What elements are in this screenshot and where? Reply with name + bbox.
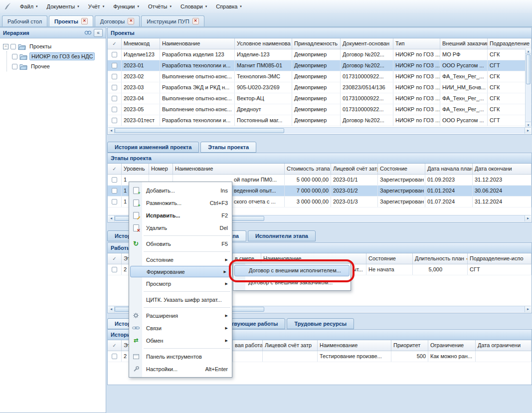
column-header-division[interactable]: Подразделение <box>488 38 532 49</box>
row-checkbox[interactable] <box>112 63 117 68</box>
column-header-priority[interactable]: Приоритет <box>391 340 428 351</box>
row-checkbox[interactable] <box>112 177 117 183</box>
scroll-right-icon[interactable]: ▸ <box>525 128 531 134</box>
table-row[interactable]: 2023-01тест Разработка технологии и... П… <box>108 115 532 126</box>
row-checkbox[interactable] <box>112 85 117 90</box>
select-all-header[interactable]: ✓ <box>108 38 122 49</box>
menu-accounting[interactable]: Учёт▾ <box>84 2 108 11</box>
table-row[interactable]: 2023-02 Выполнение опытно-конс... Технол… <box>108 71 532 82</box>
row-checkbox[interactable] <box>112 74 117 79</box>
menu-item-extensions[interactable]: Расширения ▶ <box>129 309 232 322</box>
column-header-base-work[interactable]: вая работа <box>233 340 263 351</box>
row-checkbox[interactable] <box>112 118 117 123</box>
table-row[interactable]: Изделие123 Разработка изделия 123 Издели… <box>108 49 532 60</box>
menu-item-formation[interactable]: Формирование ▶ <box>130 266 231 277</box>
select-all-header[interactable]: ✓ <box>108 340 122 351</box>
tree-checkbox[interactable] <box>12 54 17 59</box>
tree-checkbox[interactable] <box>10 44 16 49</box>
menu-item-duplicate[interactable]: + Размножить... Ctrl+F3 <box>129 197 232 209</box>
menu-item-delete[interactable]: ✕ Удалить Del <box>129 221 232 234</box>
tab-projects[interactable]: Проекты✕ <box>49 15 93 26</box>
scrollbar-thumb[interactable] <box>526 54 531 84</box>
scroll-down-icon[interactable]: ▾ <box>526 122 531 127</box>
row-checkbox[interactable] <box>112 199 117 205</box>
tree-item-niokr-goz[interactable]: НИОКР по ГОЗ без НДС <box>7 51 106 61</box>
menu-item-links[interactable]: Связи ▶ <box>129 322 232 334</box>
column-header-name[interactable]: Наименование <box>318 340 391 351</box>
menu-item-refresh[interactable]: ↻ Обновить F5 <box>129 237 232 250</box>
menu-dictionaries[interactable]: Словари▾ <box>177 2 211 11</box>
menu-item-citk-cost-code[interactable]: ЦИТК. Указать шифр затрат... <box>129 293 232 306</box>
column-header-name[interactable]: Наименование <box>173 164 285 174</box>
menu-item-toolbar-panel[interactable]: Панель инструментов <box>129 350 232 363</box>
table-row[interactable]: 2023-05 Выполнение опытно-конс... Дредно… <box>108 104 532 115</box>
menu-help[interactable]: Справка▾ <box>212 2 246 11</box>
close-icon[interactable]: ✕ <box>81 18 88 24</box>
column-header-conditional-name[interactable]: Условное наименова <box>235 38 292 49</box>
column-header-plan-start-date[interactable]: Дата начала план <box>425 164 473 174</box>
menu-item-add[interactable]: + Добавить... Ins <box>129 184 232 197</box>
vertical-scrollbar[interactable]: ▴ ▾ <box>525 48 531 127</box>
close-icon[interactable]: ✕ <box>128 18 134 24</box>
tab-contracts[interactable]: Договоры✕ <box>95 15 140 26</box>
column-header-stage-cost[interactable]: Стоимость этапа <box>285 164 331 174</box>
menu-reports[interactable]: Отчёты▾ <box>144 2 176 11</box>
row-checkbox[interactable] <box>112 188 117 194</box>
menu-item-state[interactable]: Состояние ▶ <box>129 253 232 266</box>
tab-labor-resources[interactable]: Трудовые ресурсы <box>287 318 354 329</box>
row-checkbox[interactable] <box>112 96 117 101</box>
tab-desktop[interactable]: Рабочий стол <box>2 15 47 26</box>
submenu-item-external-customer-contract[interactable]: Договор с внешним заказчиком... <box>233 276 351 289</box>
menu-item-view[interactable]: Просмотр ▶ <box>129 277 232 290</box>
column-header-name[interactable]: Наименование <box>160 38 235 49</box>
column-header-state[interactable]: Состояние <box>378 164 425 174</box>
column-header-base-document[interactable]: Документ-основан <box>341 38 393 49</box>
scroll-left-icon[interactable]: ◂ <box>108 306 115 312</box>
tab-project-stages[interactable]: Этапы проекта <box>200 142 256 153</box>
tree-expander-icon[interactable]: − <box>3 44 8 49</box>
column-header-end-date[interactable]: Дата окончани <box>473 164 532 174</box>
row-checkbox[interactable] <box>112 267 117 272</box>
column-header-state[interactable]: Состояние <box>366 253 413 264</box>
column-header-external-customer[interactable]: Внешний заказчик <box>440 38 488 49</box>
scroll-left-icon[interactable]: ◂ <box>108 215 115 221</box>
column-header-belonging[interactable]: Принадлежность <box>292 38 341 49</box>
collapse-panel-button[interactable]: « <box>94 29 103 37</box>
table-row[interactable]: 2023-04 Выполнение опытно-конс... Вектор… <box>108 93 532 104</box>
close-icon[interactable]: ✕ <box>192 18 199 24</box>
scroll-up-icon[interactable]: ▴ <box>526 48 531 54</box>
submenu-item-external-contractor-contract[interactable]: Договор с внешним исполнителем... <box>234 265 350 276</box>
tab-stage-executors[interactable]: Исполнители этапа <box>248 230 316 241</box>
column-header-in-estimate[interactable]: в смете <box>233 253 261 264</box>
row-checkbox[interactable] <box>112 107 117 112</box>
select-all-header[interactable]: ✓ <box>108 164 122 174</box>
tab-project-change-history[interactable]: История изменений проекта <box>107 142 199 153</box>
horizontal-scrollbar[interactable]: ◂ ▸ <box>108 127 531 134</box>
search-icon[interactable] <box>84 30 92 36</box>
tree-item-other[interactable]: Прочее <box>7 61 106 71</box>
row-checkbox[interactable] <box>112 52 117 57</box>
column-header-number[interactable]: Номер <box>149 164 173 174</box>
row-checkbox[interactable] <box>112 354 117 359</box>
column-header-executing-division[interactable]: Подразделение-испо <box>468 253 532 264</box>
column-header-name[interactable]: Наименование <box>261 253 366 264</box>
scroll-right-icon[interactable]: ▸ <box>525 215 531 221</box>
column-header-constraint-date[interactable]: Дата ограничени <box>476 340 532 351</box>
column-header-plan-duration[interactable]: Длительность план▼ <box>413 253 468 264</box>
menu-item-settings[interactable]: Настройки... Alt+Enter <box>129 363 232 375</box>
menu-documents[interactable]: Документы▾ <box>43 2 83 11</box>
column-header-constraint[interactable]: Ограничение <box>428 340 476 351</box>
tree-item-projects[interactable]: − Проекты <box>0 41 106 51</box>
menu-functions[interactable]: Функции▾ <box>109 2 143 11</box>
menu-item-edit[interactable]: Исправить... F2 <box>129 209 232 221</box>
table-row-selected[interactable]: 2023-01 Разработка технологии и... Магни… <box>108 60 532 71</box>
column-header-type[interactable]: Тип <box>393 38 440 49</box>
tab-pup-instructions[interactable]: Инструкции ПУП✕ <box>141 15 204 26</box>
select-all-header[interactable]: ✓ <box>108 253 122 264</box>
scrollbar-thumb[interactable] <box>115 128 284 133</box>
tree-checkbox[interactable] <box>12 64 17 69</box>
menu-item-exchange[interactable]: ⇄ Обмен ▶ <box>129 334 232 347</box>
scroll-right-icon[interactable]: ▸ <box>525 306 531 312</box>
column-header-cost-account[interactable]: Лицевой счёт затр <box>263 340 318 351</box>
column-header-cost-account[interactable]: Лицевой счёт затрат. <box>331 164 378 174</box>
